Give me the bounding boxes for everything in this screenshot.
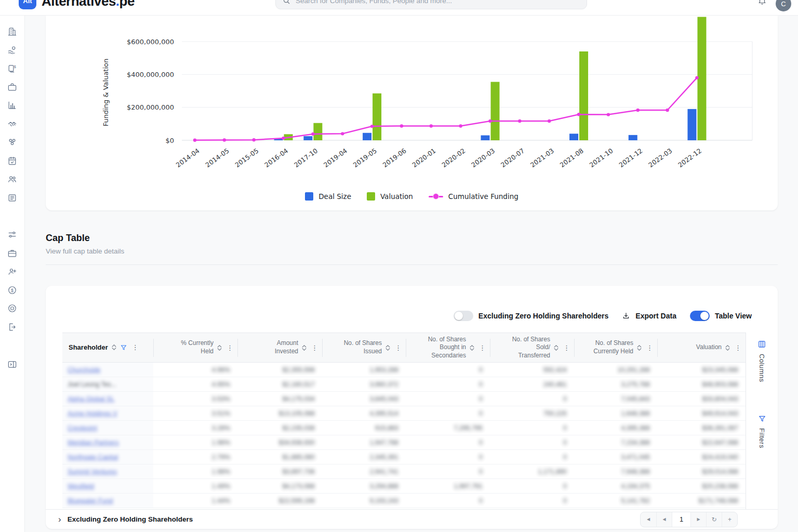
section-divider bbox=[46, 264, 778, 265]
shareholder-cell: Crestpoint bbox=[62, 421, 153, 435]
people-icon[interactable] bbox=[7, 174, 17, 184]
column-header-valuation[interactable]: Valuation ⋮ bbox=[657, 333, 746, 363]
funding-valuation-chart-card: $0$200,000,000$400,000,000$600,000,00020… bbox=[46, 16, 778, 210]
column-header-pct_currently_held[interactable]: % CurrentlyHeld ⋮ bbox=[153, 333, 237, 363]
svg-text:2021-12: 2021-12 bbox=[617, 147, 644, 169]
exclude-zero-expander[interactable]: › Excluding Zero Holding Shareholders bbox=[58, 515, 193, 524]
sort-icon[interactable] bbox=[385, 345, 390, 351]
dollar-circle-icon[interactable]: $ bbox=[7, 285, 17, 295]
sort-icon[interactable] bbox=[217, 345, 222, 351]
columns-panel-tab[interactable]: Columns bbox=[757, 340, 766, 382]
filter-icon[interactable] bbox=[120, 344, 127, 351]
column-header-shares_bought_secondaries[interactable]: No. of SharesBought inSecondaries ⋮ bbox=[406, 333, 490, 363]
calendar-icon[interactable] bbox=[7, 156, 17, 166]
svg-text:$200,000,000: $200,000,000 bbox=[127, 103, 174, 111]
cell-amount_invested: $22,599,198 bbox=[237, 494, 322, 508]
disc-icon[interactable] bbox=[7, 303, 17, 313]
cell-valuation: $22,647,088 bbox=[657, 435, 746, 450]
building-icon[interactable] bbox=[7, 26, 17, 36]
shareholder-cell: Northgate Capital bbox=[62, 450, 153, 464]
handshake-icon[interactable] bbox=[7, 119, 17, 129]
search-input[interactable] bbox=[295, 0, 565, 5]
portfolio-case-icon[interactable] bbox=[7, 248, 17, 258]
cell-pct_currently_held: 4.96% bbox=[153, 363, 237, 377]
exclude-zero-holding-toggle[interactable]: Excluding Zero Holding Shareholders bbox=[454, 311, 608, 321]
page-title: Cap Table bbox=[46, 233, 90, 244]
column-menu-icon[interactable]: ⋮ bbox=[478, 344, 487, 352]
shareholder-cell: Joel Leong Tes... bbox=[62, 377, 153, 392]
svg-text:$400,000,000: $400,000,000 bbox=[127, 71, 174, 78]
shareholder-link[interactable]: Crestpoint bbox=[68, 424, 97, 432]
cell-shares_currently_held: 1,648,388 bbox=[574, 406, 657, 421]
column-menu-icon[interactable]: ⋮ bbox=[225, 344, 234, 352]
column-menu-icon[interactable]: ⋮ bbox=[131, 343, 140, 351]
cell-valuation: $33,804,043 bbox=[657, 392, 746, 406]
legend-item: Deal Size bbox=[305, 192, 351, 201]
export-data-button[interactable]: Export Data bbox=[622, 312, 676, 320]
shareholder-link[interactable]: Summit Ventures bbox=[68, 468, 117, 475]
column-menu-icon[interactable]: ⋮ bbox=[562, 344, 571, 352]
cell-valuation: $48,903,088 bbox=[657, 377, 746, 392]
billing-device-icon[interactable]: $ bbox=[7, 63, 17, 73]
sort-icon[interactable] bbox=[302, 345, 307, 351]
refresh-button[interactable]: ↻ bbox=[706, 512, 722, 527]
brand-logo[interactable]: Alt bbox=[19, 0, 36, 9]
logout-icon[interactable] bbox=[7, 322, 17, 332]
cell-amount_invested: $3,897,736 bbox=[237, 464, 322, 479]
column-header-shares_issued[interactable]: No. of SharesIssued ⋮ bbox=[322, 333, 406, 363]
column-header-amount_invested[interactable]: AmountInvested ⋮ bbox=[237, 333, 322, 363]
cell-shares_currently_held: 4,194,375 bbox=[574, 479, 657, 494]
shareholder-link[interactable]: Acme Holdings V bbox=[68, 410, 117, 417]
sort-icon[interactable] bbox=[725, 345, 730, 351]
filters-icon bbox=[758, 415, 766, 423]
table-body: Churchside4.96%$2,355,5981,953,2880592,4… bbox=[62, 363, 746, 508]
cell-shares_bought_secondaries: 7,295,795 bbox=[406, 421, 490, 435]
prev-page-button[interactable]: ◀ bbox=[656, 512, 672, 527]
column-header-shares_currently_held[interactable]: No. of SharesCurrently Held ⋮ bbox=[574, 333, 657, 363]
column-menu-icon[interactable]: ⋮ bbox=[645, 344, 654, 352]
coins-hand-icon[interactable] bbox=[7, 45, 17, 55]
sliders-icon[interactable] bbox=[7, 230, 17, 240]
toggle-switch[interactable] bbox=[454, 311, 473, 321]
shareholder-link[interactable]: Westfield bbox=[68, 483, 94, 490]
page-subtitle: View full cap table details bbox=[46, 247, 124, 255]
column-header-shares_sold_transferred[interactable]: No. of SharesSold/Transferred ⋮ bbox=[490, 333, 574, 363]
sort-icon[interactable] bbox=[554, 345, 558, 351]
shareholder-link[interactable]: Churchside bbox=[68, 366, 100, 374]
shareholder-link[interactable]: Alpha Global SL bbox=[68, 395, 114, 403]
newspaper-icon[interactable] bbox=[7, 193, 17, 203]
global-search[interactable] bbox=[275, 0, 587, 9]
shareholder-link[interactable]: Northgate Capital bbox=[68, 454, 118, 461]
cell-shares_bought_secondaries: 0 bbox=[406, 377, 490, 392]
notifications-icon[interactable] bbox=[757, 0, 767, 7]
cap-table: Shareholder ⋮% CurrentlyHeld ⋮AmountInve… bbox=[62, 332, 746, 508]
cluster-icon[interactable] bbox=[7, 137, 17, 147]
cell-pct_currently_held: 3.51% bbox=[153, 406, 237, 421]
next-page-button[interactable]: ▶ bbox=[690, 512, 706, 527]
column-menu-icon[interactable]: ⋮ bbox=[394, 344, 403, 352]
first-page-button[interactable]: ◀ bbox=[641, 512, 656, 527]
shareholder-link[interactable]: Bluewater Fund bbox=[68, 497, 113, 504]
column-header-shareholder[interactable]: Shareholder ⋮ bbox=[62, 333, 153, 363]
table-row: Summit Ventures1.98%$3,897,7362,941,7410… bbox=[62, 464, 746, 479]
briefcase-icon[interactable] bbox=[7, 82, 17, 92]
sort-icon[interactable] bbox=[112, 344, 116, 350]
columns-icon bbox=[757, 340, 766, 349]
user-avatar[interactable]: C bbox=[776, 0, 791, 11]
cell-amount_invested: $2,160,517 bbox=[237, 377, 322, 392]
panel-toggle-icon[interactable] bbox=[7, 360, 17, 369]
table-row: Northgate Capital2.79%$1,885,0802,345,39… bbox=[62, 450, 746, 464]
expand-pager-button[interactable]: + bbox=[722, 512, 737, 527]
cell-amount_invested: $4,175,034 bbox=[237, 392, 322, 406]
person-add-icon[interactable] bbox=[7, 267, 17, 276]
shareholder-link[interactable]: Meridian Partners bbox=[68, 439, 119, 446]
table-view-toggle[interactable]: Table View bbox=[690, 311, 752, 321]
sort-icon[interactable] bbox=[637, 345, 642, 351]
filters-panel-tab[interactable]: Filters bbox=[758, 415, 766, 448]
toggle-switch[interactable] bbox=[690, 311, 710, 321]
column-menu-icon[interactable]: ⋮ bbox=[310, 344, 319, 352]
column-menu-icon[interactable]: ⋮ bbox=[734, 344, 742, 352]
sort-icon[interactable] bbox=[470, 345, 474, 351]
bar-chart-icon[interactable] bbox=[7, 100, 17, 110]
svg-text:$0: $0 bbox=[165, 137, 174, 144]
